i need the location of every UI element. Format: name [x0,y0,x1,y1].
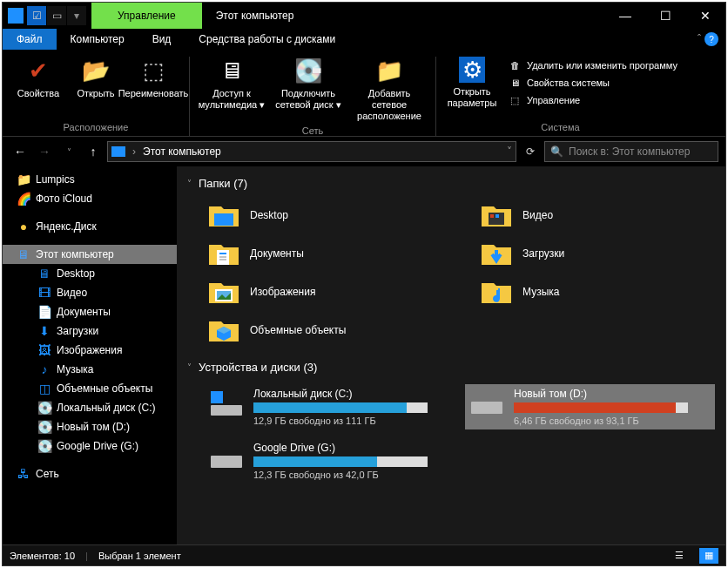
ribbon-collapse-icon[interactable]: ˆ [698,33,701,45]
drive-free-text: 12,3 ГБ свободно из 42,0 ГБ [253,470,451,480]
qat-dropdown[interactable]: ▾ [67,6,86,25]
tab-disk-tools[interactable]: Средства работы с дисками [185,29,349,50]
drive-icon: 💽 [37,401,51,415]
pc-icon: 🖥 [17,247,30,261]
drive-free-text: 6,46 ГБ свободно из 93,1 ГБ [514,416,711,426]
ribbon-rename[interactable]: ⬚ Переименовать [125,57,182,99]
svg-rect-3 [495,214,499,218]
folder-open-icon: 📂 [82,57,110,85]
drive-name: Новый том (D:) [514,388,711,400]
system-icon[interactable] [8,8,24,24]
section-drives[interactable]: ˅ Устройства и диски (3) [187,357,715,377]
folder-3d-objects[interactable]: Объемные объекты [205,314,442,347]
drive-c[interactable]: Локальный диск (C:) 12,9 ГБ свободно из … [205,384,455,429]
drive-d[interactable]: Новый том (D:) 6,46 ГБ свободно из 93,1 … [465,384,715,429]
refresh-button[interactable]: ⟳ [520,145,541,158]
search-input[interactable]: 🔍 Поиск в: Этот компьютер [544,141,718,162]
address-bar[interactable]: › Этот компьютер ˅ [107,141,516,162]
desktop-folder-icon [206,200,241,230]
rename-icon: ⬚ [139,57,167,85]
svg-rect-16 [211,391,223,403]
media-server-icon: 🖥 [218,57,246,85]
tree-google-drive-g[interactable]: 💽Google Drive (G:) [3,436,177,456]
tab-view[interactable]: Вид [138,29,185,50]
section-folders[interactable]: ˅ Папки (7) [187,173,715,193]
window-title: Этот компьютер [202,3,605,29]
svg-rect-17 [471,402,502,414]
drive-name: Google Drive (G:) [253,442,451,454]
picture-icon: 🖼 [37,343,51,357]
ribbon-properties[interactable]: ✔ Свойства [10,57,67,99]
settings-gear-icon: ⚙ [459,57,485,83]
tree-lumpics[interactable]: 📁Lumpics [3,170,177,189]
tree-this-pc[interactable]: 🖥Этот компьютер [3,245,177,264]
ribbon-map-drive[interactable]: 💽 Подключить сетевой диск ▾ [273,57,343,111]
navigation-tree[interactable]: 📁Lumpics 🌈Фото iCloud ●Яндекс.Диск 🖥Этот… [3,166,177,544]
ribbon-open-settings[interactable]: ⚙ Открыть параметры [443,57,501,109]
documents-folder-icon [206,239,241,268]
tree-network[interactable]: 🖧Сеть [3,464,177,483]
ribbon-group-location: Расположение [64,118,129,136]
tree-music[interactable]: ♪Музыка [3,360,177,379]
folder-videos[interactable]: Видео [477,199,715,232]
tree-desktop[interactable]: 🖥Desktop [3,264,177,283]
3d-folder-icon [206,315,241,345]
drive-g[interactable]: Google Drive (G:) 12,3 ГБ свободно из 42… [205,438,455,483]
ribbon-system-properties[interactable]: 🖥Свойства системы [508,76,677,90]
drive-usage-bar [514,402,688,413]
content-pane[interactable]: ˅ Папки (7) Desktop Видео Документы Загр… [177,166,725,544]
nav-up[interactable]: ↑ [83,141,104,162]
folder-music[interactable]: Музыка [477,275,715,308]
view-tiles-button[interactable]: ▦ [699,548,718,564]
contextual-tab-manage: Управление [91,3,202,29]
drive-name: Локальный диск (C:) [253,388,451,400]
folder-documents[interactable]: Документы [205,237,442,270]
desktop-icon: 🖥 [37,267,51,281]
ribbon-media-access[interactable]: 🖥 Доступ к мультимедиа ▾ [197,57,266,111]
chevron-down-icon: ˅ [187,179,192,188]
properties-icon: 🖥 [508,76,522,90]
folder-downloads[interactable]: Загрузки [477,237,715,270]
pictures-folder-icon [206,277,241,307]
ribbon-manage[interactable]: ⬚Управление [508,93,677,107]
folder-pictures[interactable]: Изображения [205,275,442,308]
tree-yandex-disk[interactable]: ●Яндекс.Диск [3,217,177,236]
manage-icon: ⬚ [508,93,522,107]
tree-icloud-photos[interactable]: 🌈Фото iCloud [3,189,177,208]
help-icon[interactable]: ? [704,32,718,46]
svg-rect-15 [211,405,242,416]
drive-usage-bar [253,456,428,467]
qat-properties[interactable]: ☑ [27,6,46,25]
ribbon-add-network-location[interactable]: 📁 Добавить сетевое расположение [350,57,428,122]
download-icon: ⬇ [37,324,51,338]
nav-forward[interactable]: → [34,141,55,162]
folder-desktop[interactable]: Desktop [205,199,442,232]
maximize-button[interactable]: ☐ [645,3,685,29]
music-folder-icon [479,277,514,307]
minimize-button[interactable]: ― [605,3,645,29]
ribbon-open[interactable]: 📂 Открыть [74,57,118,99]
ribbon-uninstall-program[interactable]: 🗑Удалить или изменить программу [508,58,677,72]
tab-file[interactable]: Файл [3,29,57,50]
view-details-button[interactable]: ☰ [670,548,689,564]
pc-icon [111,146,125,157]
music-icon: ♪ [37,362,51,376]
nav-recent[interactable]: ˅ [58,141,79,162]
tree-videos[interactable]: 🎞Видео [3,283,177,302]
tree-downloads[interactable]: ⬇Загрузки [3,321,177,341]
tree-local-disk-c[interactable]: 💽Локальный диск (C:) [3,398,177,417]
tree-documents[interactable]: 📄Документы [3,302,177,321]
tab-computer[interactable]: Компьютер [57,29,138,50]
nav-back[interactable]: ← [10,141,30,162]
tree-3d-objects[interactable]: ◫Объемные объекты [3,379,177,398]
yadisk-icon: ● [17,220,30,233]
qat-new-folder[interactable]: ▭ [47,6,66,25]
tree-new-volume-d[interactable]: 💽Новый том (D:) [3,417,177,436]
breadcrumb[interactable]: Этот компьютер [143,145,500,158]
tree-pictures[interactable]: 🖼Изображения [3,341,177,360]
icloud-icon: 🌈 [17,192,30,206]
close-button[interactable]: ✕ [685,3,725,29]
status-selection: Выбран 1 элемент [98,551,181,561]
ribbon-group-system: Система [541,118,579,136]
chevron-down-icon[interactable]: ˅ [507,145,512,158]
